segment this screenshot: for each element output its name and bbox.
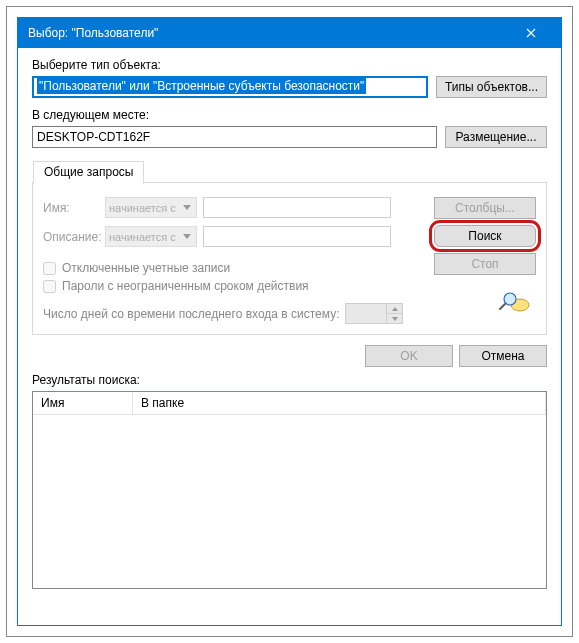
disabled-accounts-label: Отключенные учетные записи [62,261,230,275]
close-button[interactable] [511,18,551,48]
common-queries-panel: Общие запросы Имя: начинается с [32,182,547,335]
side-buttons: Столбцы... Поиск Стоп [434,197,536,324]
non-expiring-password-label: Пароли с неограниченным сроком действия [62,279,309,293]
ok-button[interactable]: OK [365,345,453,367]
name-label: Имя: [43,201,99,215]
cancel-button[interactable]: Отмена [459,345,547,367]
spinner-buttons [386,304,402,323]
description-input[interactable] [203,226,391,247]
magnifier-icon [498,291,530,313]
name-match-select[interactable]: начинается с [105,197,197,218]
days-spinner[interactable] [345,303,403,324]
object-types-button[interactable]: Типы объектов... [436,76,547,98]
stop-button[interactable]: Стоп [434,253,536,275]
non-expiring-password-checkbox[interactable] [43,280,56,293]
description-match-select[interactable]: начинается с [105,226,197,247]
spinner-down[interactable] [386,314,402,323]
grid-header: Имя В папке [33,392,546,415]
svg-point-1 [504,293,516,305]
spinner-up[interactable] [386,304,402,314]
search-decoration [434,291,536,313]
column-name[interactable]: Имя [33,392,133,414]
outer-frame: Выбор: "Пользователи" Выберите тип объек… [6,6,573,637]
object-type-label: Выберите тип объекта: [32,58,547,72]
name-input[interactable] [203,197,391,218]
description-label: Описание: [43,230,99,244]
svg-line-2 [500,304,505,309]
results-grid[interactable]: Имя В папке [32,391,547,589]
location-label: В следующем месте: [32,108,547,122]
dialog-content: Выберите тип объекта: "Пользователи" или… [18,48,561,599]
object-type-field[interactable]: "Пользователи" или "Встроенные субъекты … [32,76,428,98]
location-field[interactable]: DESKTOP-CDT162F [32,126,437,148]
titlebar: Выбор: "Пользователи" [18,18,561,48]
window-title: Выбор: "Пользователи" [28,26,158,40]
results-label: Результаты поиска: [32,373,547,387]
columns-button[interactable]: Столбцы... [434,197,536,219]
days-input[interactable] [346,304,386,323]
disabled-accounts-checkbox[interactable] [43,262,56,275]
column-folder[interactable]: В папке [133,392,546,414]
close-icon [526,28,536,38]
tab-common-queries[interactable]: Общие запросы [33,161,144,184]
location-value: DESKTOP-CDT162F [37,130,150,144]
dialog-window: Выбор: "Пользователи" Выберите тип объек… [17,17,562,626]
days-since-logon-label: Число дней со времени последнего входа в… [43,307,339,321]
object-type-value: "Пользователи" или "Встроенные субъекты … [37,78,366,94]
locations-button[interactable]: Размещение... [445,126,547,148]
find-now-button[interactable]: Поиск [434,225,536,247]
